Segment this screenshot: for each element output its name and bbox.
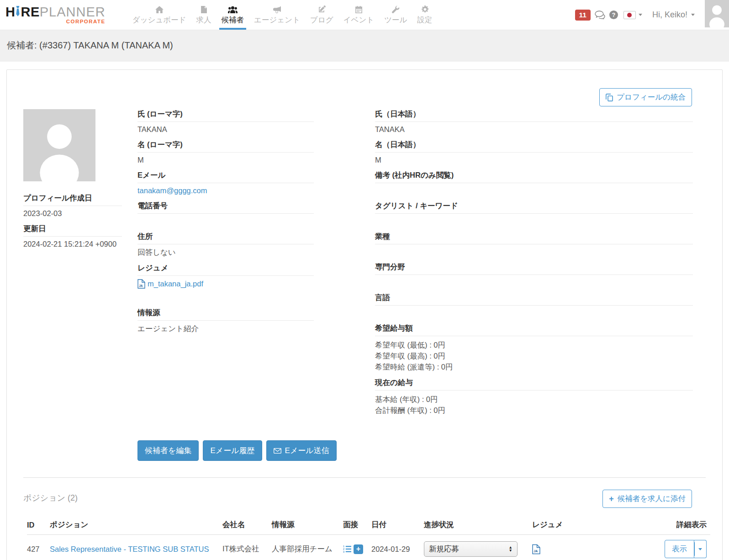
col-header-progress: 進捗状況 (424, 515, 532, 535)
email-link[interactable]: tanakam@gggg.com (137, 186, 207, 195)
nav-label: 設定 (417, 15, 433, 25)
nav-item-tools[interactable]: ツール (379, 0, 412, 30)
resume-field: レジュメ JA m_takana_ja.pdf (137, 263, 314, 294)
page-title: 候補者: (#3367) TAKANA M (TANAKA M) (0, 30, 729, 62)
col-header-date: 日付 (371, 515, 424, 535)
desired-hourly-wage: 希望時給 (派遣等) : 0円 (375, 361, 693, 372)
nav-label: 求人 (196, 15, 211, 25)
merge-profile-button[interactable]: プロフィールの統合 (599, 88, 692, 106)
plus-icon: + (609, 496, 614, 502)
main-nav: ダッシュボード 求人 候補者 (127, 0, 438, 30)
nav-label: エージェント (254, 15, 300, 25)
company-name: IT株式会社 (222, 535, 272, 560)
view-button[interactable]: 表示 (665, 540, 694, 558)
interview-list-icon[interactable]: 123 (343, 545, 351, 553)
col-header-position: ポジション (50, 515, 222, 535)
wrench-icon (392, 5, 400, 13)
profile-created-field: プロフィール作成日 2023-02-03 (23, 193, 122, 224)
nav-label: ダッシュボード (132, 15, 186, 25)
copy-icon (606, 94, 613, 101)
first-name-japanese-field: 名（日本語） M (375, 140, 693, 170)
desired-salary-section: 希望給与額 希望年収 (最低) : 0円 希望年収 (最高) : 0円 希望時給… (375, 323, 693, 378)
languages-field: 言語 (375, 293, 693, 323)
candidate-profile-card: プロフィールの統合 プロフィール作成日 2023-02-03 更新日 2024-… (6, 69, 723, 560)
user-avatar[interactable] (705, 0, 729, 27)
email-history-button[interactable]: Eメール履歴 (203, 440, 262, 461)
positions-header-row: ID ポジション 会社名 情報源 面接 日付 進捗状況 レジュメ 詳細表示 (27, 515, 710, 535)
col-header-source: 情報源 (272, 515, 343, 535)
logo-tagline: CORPORATE (66, 19, 106, 24)
greeting-text: Hi, Keiko! (652, 10, 687, 20)
logo-word-light: PLANNER (40, 5, 106, 18)
col-header-resume: レジュメ (532, 515, 598, 535)
phone-field: 電話番号 (137, 201, 314, 232)
send-email-button[interactable]: Eメール送信 (266, 440, 337, 461)
field-label: 更新日 (23, 224, 122, 237)
add-interview-icon[interactable]: + (354, 544, 363, 554)
profile-left-column: プロフィール作成日 2023-02-03 更新日 2024-02-21 15:2… (23, 109, 122, 421)
japan-flag-icon (623, 11, 636, 19)
chevron-down-icon (698, 548, 702, 550)
file-icon (201, 5, 207, 13)
envelope-icon (274, 448, 281, 454)
last-name-japanese-field: 氏（日本語） TANAKA (375, 109, 693, 140)
view-dropdown-toggle[interactable] (694, 540, 707, 558)
positions-table: ID ポジション 会社名 情報源 面接 日付 進捗状況 レジュメ 詳細表示 42… (27, 515, 710, 560)
logo-word-end: RE (21, 5, 39, 18)
megaphone-icon (273, 5, 281, 13)
positions-section-title: ポジション (2) (23, 492, 78, 503)
nav-item-blog[interactable]: ブログ (305, 0, 338, 30)
profile-right-column: 氏（日本語） TANAKA 名（日本語） M 備考 (社内HRのみ閲覧) タグリ… (375, 109, 693, 421)
nav-item-candidates[interactable]: 候補者 (217, 0, 249, 30)
help-icon[interactable]: ? (609, 11, 618, 19)
specialty-field: 専門分野 (375, 262, 693, 293)
last-name-roman-field: 氏 (ローマ字) TAKANA (137, 109, 314, 140)
position-id: 427 (27, 535, 50, 560)
chevron-down-icon (691, 14, 695, 16)
candidate-photo-placeholder (23, 109, 122, 181)
edit-icon (318, 5, 326, 13)
notification-badge[interactable]: 11 (575, 10, 591, 21)
nav-item-events[interactable]: イベント (338, 0, 380, 30)
industry-field: 業種 (375, 232, 693, 262)
desired-salary-max: 希望年収 (最高) : 0円 (375, 350, 693, 361)
edit-candidate-button[interactable]: 候補者を編集 (137, 440, 199, 461)
attach-candidate-to-job-button[interactable]: + 候補者を求人に添付 (602, 490, 692, 508)
nav-item-settings[interactable]: 設定 (412, 0, 438, 30)
profile-middle-column: 氏 (ローマ字) TAKANA 名 (ローマ字) M Eメール tanakam@… (137, 109, 314, 421)
hireplanner-logo[interactable]: H RE PLANNER CORPORATE (5, 0, 115, 30)
current-salary-section: 現在の給与 基本給 (年収) : 0円 合計報酬 (年収) : 0円 (375, 378, 693, 421)
header-right-cluster: 11 ? Hi, Keiko! (575, 0, 729, 30)
resume-ja-file-icon: JA (137, 279, 145, 289)
svg-text:JA: JA (139, 284, 143, 287)
calendar-icon (355, 5, 362, 13)
nav-label: ブログ (310, 15, 333, 25)
language-selector[interactable] (623, 11, 642, 19)
desired-salary-min: 希望年収 (最低) : 0円 (375, 339, 693, 350)
nav-item-dashboard[interactable]: ダッシュボード (127, 0, 191, 30)
user-greeting-menu[interactable]: Hi, Keiko! (652, 10, 695, 20)
col-header-company: 会社名 (222, 515, 272, 535)
progress-status-select[interactable]: 新規応募 ▲▼ (424, 541, 518, 557)
gear-icon (421, 5, 429, 13)
nav-item-agents[interactable]: エージェント (249, 0, 305, 30)
resume-file-link[interactable]: m_takana_ja.pdf (148, 280, 203, 288)
nav-item-jobs[interactable]: 求人 (191, 0, 217, 30)
address-field: 住所 回答しない (137, 232, 314, 263)
users-icon (228, 5, 238, 13)
position-link[interactable]: Sales Representative - TESTING SUB STATU… (50, 545, 209, 553)
col-header-id: ID (27, 515, 50, 535)
svg-text:3: 3 (343, 550, 344, 553)
tags-keywords-field: タグリスト / キーワード (375, 201, 693, 232)
svg-text:JA: JA (534, 549, 538, 553)
first-name-roman-field: 名 (ローマ字) M (137, 140, 314, 170)
source-name: 人事部採用チーム (272, 535, 343, 560)
top-navigation-bar: H RE PLANNER CORPORATE ダッシュボード 求人 (0, 0, 729, 30)
field-value: 2024-02-21 15:21:24 +0900 (23, 237, 122, 254)
nav-label: イベント (343, 15, 375, 25)
application-date: 2024-01-29 (371, 535, 424, 560)
tie-icon (16, 6, 20, 18)
chevron-down-icon (639, 14, 642, 16)
resume-ja-file-icon[interactable]: JA (532, 544, 594, 555)
messages-icon[interactable] (595, 11, 605, 19)
